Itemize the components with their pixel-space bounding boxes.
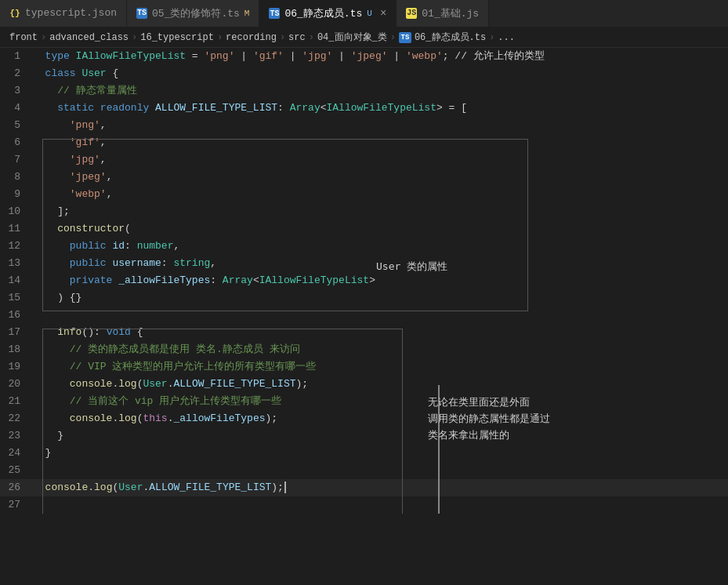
line-content[interactable]: info(): void { bbox=[33, 324, 728, 341]
tab-05-class[interactable]: TS 05_类的修饰符.ts M bbox=[127, 0, 259, 27]
code-line-16: 16 bbox=[0, 307, 728, 324]
breadcrumb-more: ... bbox=[498, 32, 515, 43]
tab-typescript-json[interactable]: {} typescript.json bbox=[0, 0, 127, 27]
line-content[interactable]: static readonly ALLOW_FILE_TYPE_LIST: Ar… bbox=[33, 100, 728, 117]
tab-bar: {} typescript.json TS 05_类的修饰符.ts M TS 0… bbox=[0, 0, 728, 27]
annotation-label-user-props: User 类的属性 bbox=[376, 260, 447, 274]
line-number: 16 bbox=[0, 307, 33, 324]
code-line-23: 23 } bbox=[0, 427, 728, 445]
line-number: 18 bbox=[0, 341, 33, 358]
tab-label: 05_类的修饰符.ts bbox=[152, 6, 240, 20]
code-area: 1 type IAllowFileTypeList = 'png' | 'gif… bbox=[0, 48, 728, 514]
annotation-line-2: 调用类的静态属性都是通过 bbox=[428, 412, 550, 424]
line-number: 27 bbox=[0, 496, 33, 514]
tab-06-static[interactable]: TS 06_静态成员.ts U × bbox=[259, 0, 397, 27]
line-content[interactable]: ) {} bbox=[33, 289, 728, 307]
line-number: 13 bbox=[0, 255, 33, 272]
breadcrumb-recording[interactable]: recording bbox=[226, 32, 277, 43]
code-line-1: 1 type IAllowFileTypeList = 'png' | 'gif… bbox=[0, 48, 728, 65]
line-number: 25 bbox=[0, 462, 33, 479]
line-number: 14 bbox=[0, 272, 33, 289]
line-content[interactable]: constructor( bbox=[33, 220, 728, 238]
line-number: 15 bbox=[0, 289, 33, 307]
tab-label: typescript.json bbox=[25, 7, 117, 19]
line-content[interactable]: private _allowFileTypes: Array<IAllowFil… bbox=[33, 272, 728, 289]
line-number: 4 bbox=[0, 100, 33, 117]
annotation-line-3: 类名来拿出属性的 bbox=[428, 429, 509, 441]
line-number: 21 bbox=[0, 393, 33, 410]
line-content[interactable]: 'jpeg', bbox=[33, 169, 728, 186]
line-number: 19 bbox=[0, 358, 33, 376]
annotation-line-1: 无论在类里面还是外面 bbox=[428, 396, 530, 408]
line-content[interactable]: type IAllowFileTypeList = 'png' | 'gif' … bbox=[33, 48, 728, 65]
code-line-4: 4 static readonly ALLOW_FILE_TYPE_LIST: … bbox=[0, 100, 728, 117]
code-line-11: 11 constructor( bbox=[0, 220, 728, 238]
code-line-14: 14 private _allowFileTypes: Array<IAllow… bbox=[0, 272, 728, 289]
line-content[interactable]: class User { bbox=[33, 65, 728, 82]
line-number: 6 bbox=[0, 134, 33, 151]
breadcrumb-typescript[interactable]: 16_typescript bbox=[140, 32, 214, 43]
code-line-8: 8 'jpeg', bbox=[0, 169, 728, 186]
line-number: 2 bbox=[0, 65, 33, 82]
line-content[interactable]: 'png', bbox=[33, 117, 728, 134]
breadcrumb-src[interactable]: src bbox=[288, 32, 306, 43]
tab-label: 06_静态成员.ts bbox=[284, 6, 362, 20]
code-line-24: 24 } bbox=[0, 445, 728, 462]
code-line-18: 18 // 类的静态成员都是使用 类名.静态成员 来访问 bbox=[0, 341, 728, 358]
code-line-27: 27 bbox=[0, 496, 728, 514]
line-content[interactable]: // VIP 这种类型的用户允许上传的所有类型有哪一些 bbox=[33, 358, 728, 376]
line-content[interactable]: ]; bbox=[33, 203, 728, 220]
line-content[interactable]: } bbox=[33, 427, 728, 445]
line-number: 9 bbox=[0, 186, 33, 203]
line-number: 1 bbox=[0, 48, 33, 65]
unsaved-badge: U bbox=[367, 9, 372, 18]
line-content[interactable]: console.log(User.ALLOW_FILE_TYPE_LIST); bbox=[33, 479, 728, 496]
json-icon: {} bbox=[9, 8, 20, 19]
line-number: 23 bbox=[0, 427, 33, 445]
code-line-9: 9 'webp', bbox=[0, 186, 728, 203]
code-line-6: 6 'gif', bbox=[0, 134, 728, 151]
tab-01-basic[interactable]: JS 01_基础.js bbox=[397, 0, 489, 27]
line-number: 10 bbox=[0, 203, 33, 220]
code-line-22: 22 console.log(this._allowFileTypes); bbox=[0, 410, 728, 427]
breadcrumb-advanced[interactable]: advanced_class bbox=[49, 32, 129, 43]
code-line-19: 19 // VIP 这种类型的用户允许上传的所有类型有哪一些 bbox=[0, 358, 728, 376]
breadcrumb-front[interactable]: front bbox=[9, 32, 38, 43]
line-number: 24 bbox=[0, 445, 33, 462]
line-content[interactable]: console.log(User.ALLOW_FILE_TYPE_LIST); bbox=[33, 376, 728, 393]
line-number: 22 bbox=[0, 410, 33, 427]
line-number: 20 bbox=[0, 376, 33, 393]
code-line-3: 3 // 静态常量属性 bbox=[0, 82, 728, 100]
code-line-15: 15 ) {} bbox=[0, 289, 728, 307]
line-number: 8 bbox=[0, 169, 33, 186]
line-content[interactable]: // 类的静态成员都是使用 类名.静态成员 来访问 bbox=[33, 341, 728, 358]
annotation-label-static-access: 无论在类里面还是外面 调用类的静态属性都是通过 类名来拿出属性的 bbox=[428, 394, 550, 443]
line-number: 7 bbox=[0, 151, 33, 169]
line-content[interactable]: 'jpg', bbox=[33, 151, 728, 169]
line-content[interactable]: // 当前这个 vip 用户允许上传类型有哪一些 bbox=[33, 393, 728, 410]
ts-icon-breadcrumb: TS bbox=[399, 32, 411, 43]
line-number: 12 bbox=[0, 238, 33, 255]
line-number: 3 bbox=[0, 82, 33, 100]
breadcrumb: front › advanced_class › 16_typescript ›… bbox=[0, 27, 728, 48]
line-content[interactable]: // 静态常量属性 bbox=[33, 82, 728, 100]
text-cursor bbox=[284, 481, 292, 493]
breadcrumb-folder[interactable]: 04_面向对象_类 bbox=[317, 31, 387, 44]
line-content[interactable]: } bbox=[33, 445, 728, 462]
line-number: 5 bbox=[0, 117, 33, 134]
breadcrumb-file[interactable]: 06_静态成员.ts bbox=[415, 31, 486, 44]
js-icon: JS bbox=[406, 8, 417, 19]
code-line-25: 25 bbox=[0, 462, 728, 479]
close-icon[interactable]: × bbox=[380, 7, 386, 20]
line-number: 11 bbox=[0, 220, 33, 238]
line-content[interactable]: 'webp', bbox=[33, 186, 728, 203]
code-line-26: 26 console.log(User.ALLOW_FILE_TYPE_LIST… bbox=[0, 479, 728, 496]
line-content[interactable]: public id: number, bbox=[33, 238, 728, 255]
code-line-20: 20 console.log(User.ALLOW_FILE_TYPE_LIST… bbox=[0, 376, 728, 393]
line-content[interactable]: 'gif', bbox=[33, 134, 728, 151]
ts-icon-2: TS bbox=[269, 8, 280, 19]
modified-badge: M bbox=[244, 9, 250, 18]
code-line-2: 2 class User { bbox=[0, 65, 728, 82]
editor: 1 type IAllowFileTypeList = 'png' | 'gif… bbox=[0, 48, 728, 514]
line-content[interactable]: console.log(this._allowFileTypes); bbox=[33, 410, 728, 427]
